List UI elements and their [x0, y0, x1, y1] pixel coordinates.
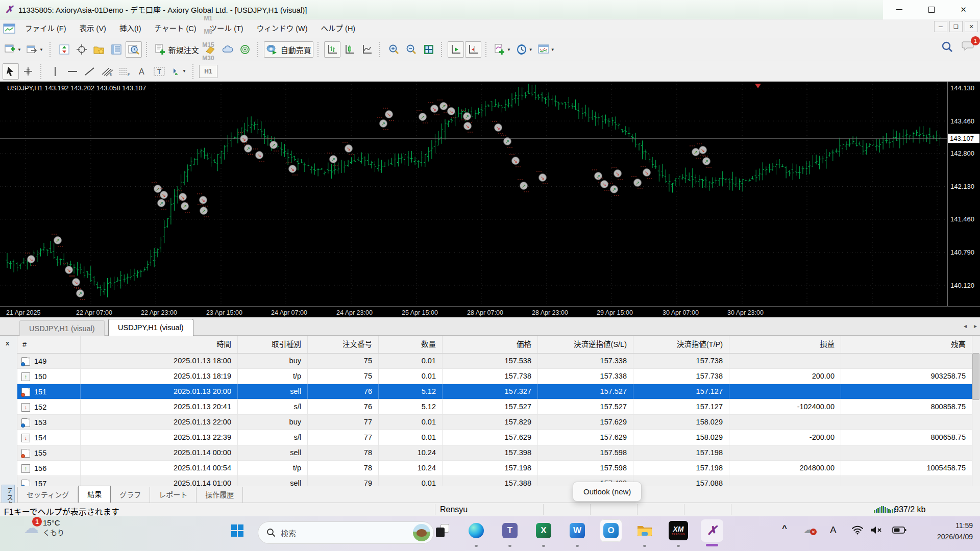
new-order-button[interactable]: 新規注文 [153, 41, 201, 58]
price-chart[interactable]: 144.130143.460142.800142.130141.460140.7… [0, 82, 980, 317]
column-header-7: 決済指値(T/P) [633, 336, 729, 353]
menu-item[interactable]: 表示 (V) [73, 24, 113, 33]
svg-text:↘: ↘ [387, 112, 391, 117]
chart-tab-inactive[interactable]: USDJPY,H1 (visual) [19, 320, 105, 336]
taskbar-excel-icon[interactable]: X [532, 519, 555, 542]
taskbar-xm-icon[interactable]: XM TRADING [667, 519, 690, 542]
volume-muted-icon[interactable] [870, 525, 883, 537]
table-row-149[interactable]: 1492025.01.13 18:00buy750.01157.538157.3… [17, 354, 972, 369]
minimize-button[interactable] [883, 0, 915, 19]
taskbar-edge-icon[interactable] [465, 519, 487, 542]
new-chart-button[interactable]: ▼ [3, 41, 23, 58]
table-row-151[interactable]: 1512025.01.13 20:00sell765.12157.327157.… [17, 384, 972, 399]
svg-text:↗: ↗ [202, 208, 206, 214]
cursor-tool-button[interactable] [3, 63, 19, 80]
results-scrollbar-thumb[interactable] [972, 353, 979, 400]
ime-mode-indicator[interactable]: A [830, 524, 837, 536]
fibonacci-tool-button[interactable]: F [116, 63, 133, 80]
taskbar-explorer-icon[interactable] [633, 519, 656, 542]
chart-tab-active[interactable]: USDJPY,H1 (visual) [108, 319, 193, 336]
menu-item[interactable]: ヘルプ (H) [314, 24, 362, 33]
crosshair-button[interactable] [74, 41, 90, 58]
periods-button[interactable]: ▼ [514, 41, 535, 58]
tester-tab-操作履歴[interactable]: 操作履歴 [197, 487, 243, 503]
task-view-button[interactable] [431, 519, 454, 542]
tester-tab-レポート[interactable]: レポート [150, 487, 197, 503]
taskbar-clock[interactable]: 11:59 2026/04/09 [937, 520, 973, 542]
taskbar-outlook-icon[interactable]: O [600, 519, 622, 542]
search-icon[interactable] [941, 41, 953, 53]
mdi-close-button[interactable]: ✕ [965, 21, 978, 32]
tray-sync-error-icon[interactable]: ☁✕ [803, 523, 814, 536]
teams-running-dot [508, 545, 511, 547]
crosshair-tool-button[interactable] [20, 63, 36, 80]
indicators-button[interactable]: ▼ [492, 41, 513, 58]
taskbar-teams-icon[interactable]: T [499, 519, 521, 542]
zoom-in-button[interactable] [386, 41, 402, 58]
vertical-line-tool-button[interactable] [47, 63, 63, 80]
table-row-154[interactable]: ↓1542025.01.13 22:39s/l770.01157.629157.… [17, 430, 972, 445]
notifications-button[interactable]: 1 [962, 40, 975, 54]
timeframe-button-m1[interactable]: M1 [199, 12, 217, 25]
equidistant-channel-tool-button[interactable]: E [99, 63, 115, 80]
zoom-out-button[interactable] [403, 41, 420, 58]
taskbar-weather-widget[interactable]: ☁1 15°C くもり [23, 518, 64, 537]
text-tool-button[interactable]: A [134, 63, 150, 80]
timeframe-button-m30[interactable]: M30 [199, 52, 217, 65]
wifi-icon[interactable] [851, 525, 864, 537]
status-account-text: Rensyu [440, 505, 468, 514]
svg-text:↘: ↘ [513, 158, 518, 164]
bar-chart-mode-button[interactable] [324, 41, 340, 58]
auto-scroll-button[interactable] [448, 41, 464, 58]
search-highlight-image[interactable] [413, 524, 430, 541]
menu-item[interactable]: ファイル (F) [18, 24, 73, 33]
taskbar-search-box[interactable]: 検索 [258, 521, 434, 544]
tile-windows-button[interactable] [421, 41, 437, 58]
tester-tab-結果[interactable]: 結果 [78, 486, 111, 503]
signals-button[interactable] [237, 41, 253, 58]
table-row-156[interactable]: ↑1562025.01.14 00:54t/p7810.24157.198157… [17, 461, 972, 476]
strategy-tester-button[interactable] [126, 41, 142, 58]
table-row-155[interactable]: 1552025.01.14 00:00sell7810.24157.398157… [17, 445, 972, 461]
cloud-button[interactable] [219, 41, 236, 58]
trendline-tool-button[interactable] [82, 63, 98, 80]
timeframe-button-h1[interactable]: H1 [199, 65, 217, 78]
templates-button[interactable]: ▼ [536, 41, 557, 58]
menu-item[interactable]: チャート (C) [148, 24, 203, 33]
table-row-153[interactable]: 1532025.01.13 22:00buy770.01157.829157.6… [17, 415, 972, 430]
chart-shift-button[interactable] [465, 41, 481, 58]
taskbar-word-icon[interactable]: W [566, 519, 589, 542]
favorites-button[interactable] [91, 41, 107, 58]
maximize-button[interactable] [915, 0, 947, 19]
text-label-tool-button[interactable]: T [151, 63, 167, 80]
line-chart-mode-button[interactable] [359, 41, 375, 58]
clock-time: 11:59 [937, 520, 973, 532]
tester-tab-グラフ[interactable]: グラフ [111, 487, 150, 503]
tester-panel-close-icon[interactable]: x [6, 339, 9, 347]
cell-profit [729, 476, 841, 486]
timeframe-button-m5[interactable]: M5 [199, 25, 217, 38]
start-button[interactable] [226, 519, 249, 542]
timeframe-button-m15[interactable]: M15 [199, 38, 217, 52]
tick-chart-button[interactable] [56, 41, 72, 58]
table-row-152[interactable]: ↓1522025.01.13 20:41s/l765.12157.527157.… [17, 399, 972, 415]
horizontal-line-tool-button[interactable] [64, 63, 81, 80]
profiles-button[interactable]: ▼ [24, 41, 45, 58]
table-row-157[interactable]: 1572025.01.14 01:00sell790.01157.388157.… [17, 476, 972, 486]
tab-scroll-right-icon[interactable]: ▸ [974, 322, 977, 330]
candlestick-mode-button[interactable] [341, 41, 358, 58]
tester-tab-セッティング[interactable]: セッティング [17, 487, 78, 503]
close-button[interactable]: ✕ [947, 0, 979, 19]
mdi-restore-button[interactable]: ❏ [949, 21, 963, 32]
menu-item[interactable]: 挿入(I) [113, 24, 148, 33]
tray-chevron-icon[interactable]: ^ [782, 523, 787, 534]
menu-item[interactable]: ウィンドウ (W) [250, 24, 314, 33]
market-watch-button[interactable] [108, 41, 125, 58]
taskbar-mt4-icon[interactable]: ✗ [701, 519, 723, 542]
arrows-tool-button[interactable]: ▼ [168, 63, 188, 80]
mdi-minimize-button[interactable]: ─ [934, 21, 947, 32]
tab-scroll-left-icon[interactable]: ◂ [964, 322, 967, 330]
table-row-150[interactable]: ↑1502025.01.13 18:19t/p750.01157.738157.… [17, 369, 972, 384]
battery-icon[interactable] [892, 526, 906, 536]
auto-trading-button[interactable]: 自動売買 [264, 41, 313, 58]
